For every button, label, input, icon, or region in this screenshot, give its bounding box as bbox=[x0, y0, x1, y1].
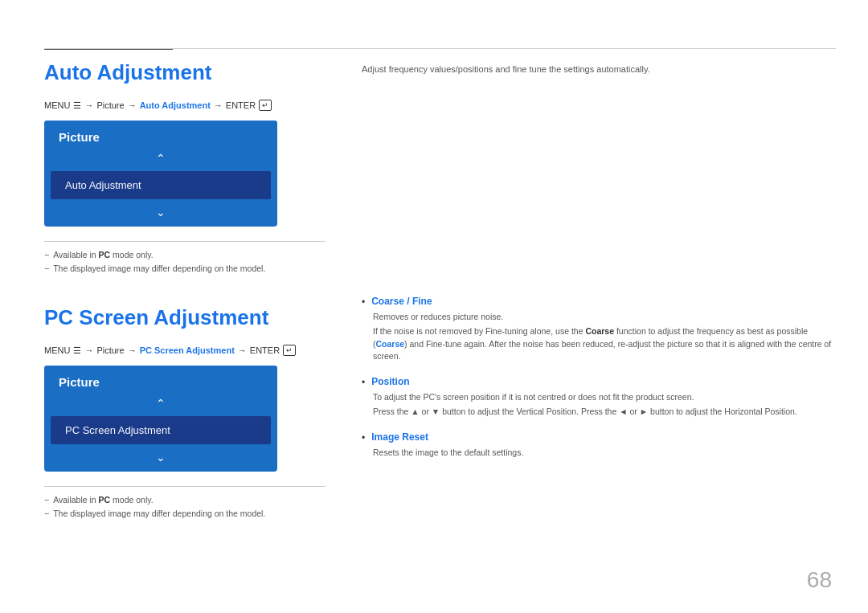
bullet-dot-1: • bbox=[362, 296, 365, 308]
note-line-2: − The displayed image may differ dependi… bbox=[44, 264, 326, 273]
auto-adjustment-notes: − Available in PC mode only. − The displ… bbox=[44, 241, 326, 273]
pc-note-line-2: − The displayed image may differ dependi… bbox=[44, 509, 326, 518]
menu-icon: ☰ bbox=[73, 100, 81, 111]
bullet-dot-2: • bbox=[362, 377, 365, 388]
menu-label: MENU bbox=[44, 100, 70, 110]
pc-arrow1: → bbox=[84, 345, 93, 355]
pc-note-dash-2: − bbox=[44, 509, 49, 518]
pc-arrow3: → bbox=[238, 345, 247, 355]
bullet-position-title: Position bbox=[371, 376, 409, 387]
bullet-position-desc: To adjust the PC's screen position if it… bbox=[362, 391, 836, 404]
note-bold-pc-1: PC bbox=[99, 250, 111, 260]
arrow3: → bbox=[214, 100, 223, 110]
auto-adjustment-right: Adjust frequency values/positions and fi… bbox=[362, 60, 836, 74]
pc-panel-arrow-down: ⌄ bbox=[44, 447, 277, 472]
pc-picture-label: Picture bbox=[96, 345, 124, 355]
bullet-item-position: • Position To adjust the PC's screen pos… bbox=[362, 376, 836, 419]
bullet-dot-3: • bbox=[362, 432, 365, 443]
bullet-position-detail: Press the ▲ or ▼ button to adjust the Ve… bbox=[362, 406, 836, 419]
coarse-bold-1: Coarse bbox=[585, 326, 614, 336]
auto-adjustment-highlight: Auto Adjustment bbox=[140, 100, 211, 110]
pc-panel-header: Picture bbox=[44, 366, 277, 395]
note-dash-1: − bbox=[44, 250, 49, 260]
note-text-1: Available in PC mode only. bbox=[53, 250, 154, 260]
arrow2: → bbox=[128, 100, 137, 110]
panel-header-auto: Picture bbox=[44, 121, 277, 150]
enter-icon: ↵ bbox=[259, 100, 272, 111]
pc-note-line-1: − Available in PC mode only. bbox=[44, 495, 326, 505]
coarse-link: Coarse bbox=[376, 339, 405, 349]
panel-arrow-up-auto: ⌃ bbox=[44, 150, 277, 168]
pc-screen-adjustment-highlight: PC Screen Adjustment bbox=[140, 345, 235, 355]
pc-panel-arrow-up: ⌃ bbox=[44, 395, 277, 413]
note-line-1: − Available in PC mode only. bbox=[44, 250, 326, 260]
auto-adjustment-breadcrumb: MENU ☰ → Picture → Auto Adjustment → ENT… bbox=[44, 100, 326, 111]
top-line bbox=[44, 48, 836, 49]
picture-label: Picture bbox=[96, 100, 124, 110]
pc-menu-icon: ☰ bbox=[73, 345, 81, 356]
panel-selected-item-auto[interactable]: Auto Adjustment bbox=[51, 171, 271, 199]
bullet-section: • Coarse / Fine Removes or reduces pictu… bbox=[362, 296, 836, 472]
enter-label: ENTER bbox=[226, 100, 256, 110]
bullet-coarse-fine-detail: If the noise is not removed by Fine-tuni… bbox=[362, 325, 836, 363]
note-text-2: The displayed image may differ depending… bbox=[53, 264, 265, 273]
pc-note-text-1: Available in PC mode only. bbox=[53, 495, 154, 505]
pc-panel-selected-item[interactable]: PC Screen Adjustment bbox=[51, 416, 271, 444]
pc-screen-adjustment-panel: Picture ⌃ PC Screen Adjustment ⌄ bbox=[44, 366, 277, 472]
page-number: 68 bbox=[807, 567, 832, 593]
pc-menu-label: MENU bbox=[44, 345, 70, 355]
pc-note-text-2: The displayed image may differ depending… bbox=[53, 509, 265, 518]
arrow1: → bbox=[84, 100, 93, 110]
pc-arrow2: → bbox=[128, 345, 137, 355]
note-dash-2: − bbox=[44, 264, 49, 273]
pc-screen-adjustment-notes: − Available in PC mode only. − The displ… bbox=[44, 486, 326, 518]
bullet-image-reset-desc: Resets the image to the default settings… bbox=[362, 447, 836, 460]
page-container: Auto Adjustment MENU ☰ → Picture → Auto … bbox=[0, 0, 868, 613]
bullet-image-reset-header: • Image Reset bbox=[362, 431, 836, 443]
bullet-coarse-fine-title: Coarse / Fine bbox=[371, 296, 432, 307]
pc-enter-icon: ↵ bbox=[283, 345, 296, 356]
pc-screen-adjustment-breadcrumb: MENU ☰ → Picture → PC Screen Adjustment … bbox=[44, 345, 326, 356]
panel-arrow-down-auto: ⌄ bbox=[44, 202, 277, 227]
auto-adjustment-left: Auto Adjustment MENU ☰ → Picture → Auto … bbox=[44, 60, 326, 277]
pc-note-bold-1: PC bbox=[99, 495, 111, 505]
pc-screen-adjustment-title: PC Screen Adjustment bbox=[44, 305, 326, 330]
pc-enter-label: ENTER bbox=[250, 345, 280, 355]
bullet-item-coarse-fine: • Coarse / Fine Removes or reduces pictu… bbox=[362, 296, 836, 363]
auto-adjustment-description: Adjust frequency values/positions and fi… bbox=[362, 64, 836, 74]
bullet-coarse-fine-desc: Removes or reduces picture noise. bbox=[362, 311, 836, 324]
bullet-image-reset-title: Image Reset bbox=[371, 431, 428, 443]
pc-screen-adjustment-left: PC Screen Adjustment MENU ☰ → Picture → … bbox=[44, 305, 326, 522]
pc-note-dash-1: − bbox=[44, 495, 49, 505]
bullet-position-header: • Position bbox=[362, 376, 836, 388]
auto-adjustment-panel: Picture ⌃ Auto Adjustment ⌄ bbox=[44, 121, 277, 227]
bullet-item-image-reset: • Image Reset Resets the image to the de… bbox=[362, 431, 836, 460]
coarse-fine-description: Removes or reduces picture noise. bbox=[373, 312, 503, 321]
auto-adjustment-title: Auto Adjustment bbox=[44, 60, 326, 85]
bullet-coarse-fine-header: • Coarse / Fine bbox=[362, 296, 836, 308]
